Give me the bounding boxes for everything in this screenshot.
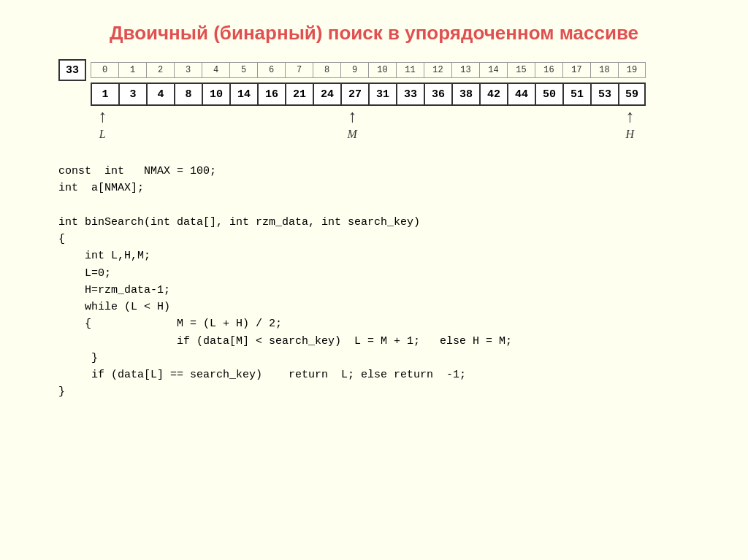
code-line: int L,H,M; — [58, 248, 719, 264]
arrow-up-icon: ↑ — [347, 109, 357, 126]
index-cell: 16 — [535, 62, 562, 78]
index-cell: 18 — [590, 62, 618, 78]
search-value: 33 — [58, 59, 86, 81]
value-cell: 14 — [229, 83, 257, 106]
value-row: 134810141621242731333638424450515359 — [91, 83, 719, 106]
value-cell: 33 — [396, 83, 424, 106]
code-line: while (L < H) — [58, 299, 719, 315]
code-line: { M = (L + H) / 2; — [58, 315, 719, 332]
index-cell: 5 — [229, 62, 257, 78]
arrow-label-l: L — [99, 128, 106, 141]
index-cell: 6 — [257, 62, 285, 78]
array-section: 33 012345678910111213141516171819 134810… — [58, 59, 719, 150]
index-cell: 8 — [313, 62, 340, 78]
index-cell: 19 — [618, 62, 646, 78]
index-cells: 012345678910111213141516171819 — [91, 62, 646, 78]
index-cell: 2 — [146, 62, 174, 78]
value-cell: 44 — [507, 83, 535, 106]
arrow-up-icon: ↑ — [625, 109, 635, 126]
index-cell: 15 — [507, 62, 535, 78]
code-line: int binSearch(int data[], int rzm_data, … — [58, 214, 719, 231]
value-cell: 51 — [562, 83, 590, 106]
index-cell: 13 — [451, 62, 479, 78]
code-line: if (data[L] == search_key) return L; els… — [58, 367, 719, 383]
value-cell: 38 — [451, 83, 479, 106]
index-cell: 12 — [424, 62, 451, 78]
arrows-row: ↑L↑M↑H — [91, 109, 646, 150]
index-cell: 0 — [91, 62, 118, 78]
code-line: H=rzm_data-1; — [58, 282, 719, 299]
value-cell: 16 — [257, 83, 285, 106]
index-cell: 17 — [562, 62, 590, 78]
value-cell: 10 — [202, 83, 229, 106]
arrow-up-icon: ↑ — [97, 109, 107, 126]
index-cell: 4 — [202, 62, 229, 78]
code-line: if (data[M] < search_key) L = M + 1; els… — [58, 333, 719, 350]
code-line: } — [58, 383, 719, 400]
index-cell: 7 — [285, 62, 313, 78]
value-cell: 4 — [146, 83, 174, 106]
value-cell: 42 — [479, 83, 507, 106]
value-cell: 24 — [313, 83, 340, 106]
value-cell: 8 — [174, 83, 202, 106]
code-section: const int NMAX = 100;int a[NMAX]; int bi… — [58, 163, 719, 401]
page-title: Двоичный (бинарный) поиск в упорядоченно… — [29, 22, 719, 45]
value-cell: 50 — [535, 83, 562, 106]
code-line: L=0; — [58, 265, 719, 282]
value-cell: 31 — [368, 83, 396, 106]
arrow-label-m: M — [348, 128, 357, 141]
value-cell: 1 — [91, 83, 118, 106]
value-cell: 21 — [285, 83, 313, 106]
index-cell: 3 — [174, 62, 202, 78]
index-cell: 14 — [479, 62, 507, 78]
arrow-label-h: H — [625, 128, 634, 141]
code-line: } — [58, 350, 719, 367]
code-line: { — [58, 231, 719, 248]
value-cell: 3 — [118, 83, 146, 106]
arrow-marker-h: ↑H — [625, 109, 635, 141]
arrow-marker-m: ↑M — [347, 109, 357, 141]
index-row: 33 012345678910111213141516171819 — [58, 59, 719, 81]
page: Двоичный (бинарный) поиск в упорядоченно… — [0, 0, 748, 560]
value-cell: 59 — [618, 83, 646, 106]
index-cell: 9 — [340, 62, 368, 78]
code-line — [58, 197, 719, 214]
value-cell: 36 — [424, 83, 451, 106]
value-cell: 53 — [590, 83, 618, 106]
index-cell: 10 — [368, 62, 396, 78]
code-line: const int NMAX = 100; — [58, 163, 719, 180]
index-cell: 11 — [396, 62, 424, 78]
code-line: int a[NMAX]; — [58, 180, 719, 196]
arrow-marker-l: ↑L — [97, 109, 107, 141]
index-cell: 1 — [118, 62, 146, 78]
value-cell: 27 — [340, 83, 368, 106]
